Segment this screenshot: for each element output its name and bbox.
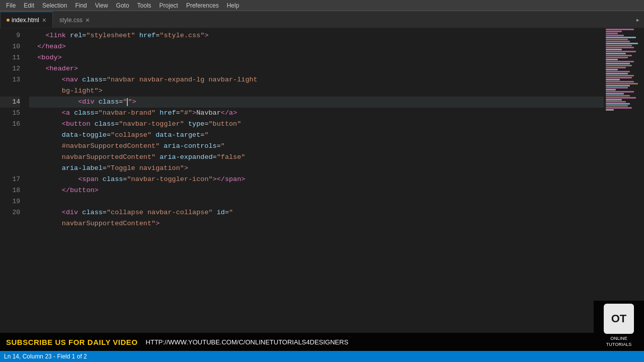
minimap-line bbox=[606, 47, 634, 48]
minimap-line bbox=[606, 75, 634, 76]
menu-edit[interactable]: Edit bbox=[20, 1, 38, 10]
minimap-line bbox=[606, 85, 630, 86]
minimap-line bbox=[606, 33, 618, 34]
line-number-gutter: 9 10 11 12 13 14 15 16 17 18 19 20 bbox=[0, 28, 25, 351]
code-area[interactable]: <link rel="stylesheet" href="style.css">… bbox=[25, 28, 604, 351]
minimap-line bbox=[606, 35, 624, 36]
minimap-line bbox=[606, 105, 628, 107]
ln-19: 19 bbox=[0, 196, 20, 207]
ln-10: 10 bbox=[0, 41, 20, 52]
minimap-line bbox=[606, 97, 636, 99]
minimap-line bbox=[606, 71, 630, 72]
minimap-line bbox=[606, 93, 624, 95]
menu-find[interactable]: Find bbox=[71, 1, 91, 10]
menu-tools[interactable]: Tools bbox=[133, 1, 155, 10]
minimap-line bbox=[606, 83, 638, 84]
tab-index-html[interactable]: index.html × bbox=[0, 12, 53, 28]
code-line-11: <body> bbox=[29, 52, 604, 63]
branding-overlay: OT ONLINETUTORIALS bbox=[594, 301, 644, 351]
tab-bar: index.html × style.css × ▸ bbox=[0, 11, 644, 28]
menu-goto[interactable]: Goto bbox=[112, 1, 133, 10]
ln-14: 14 bbox=[0, 97, 20, 108]
code-line-20b: navbarSupportedContent"> bbox=[29, 218, 604, 229]
ot-logo: OT bbox=[604, 304, 634, 334]
minimap-line bbox=[606, 39, 628, 40]
url-text: HTTP://WWW.YOUTUBE.COM/C/ONLINETUTORIALS… bbox=[146, 338, 349, 346]
menu-view[interactable]: View bbox=[91, 1, 112, 10]
tab-style-css-label: style.css bbox=[59, 17, 83, 24]
code-line-16c: #navbarSupportedContent" aria-controls=" bbox=[29, 141, 604, 152]
code-line-18: </button> bbox=[29, 185, 604, 196]
ln-16: 16 bbox=[0, 119, 20, 130]
minimap-line bbox=[606, 63, 630, 64]
menu-selection[interactable]: Selection bbox=[38, 1, 71, 10]
minimap-line bbox=[606, 89, 616, 90]
minimap-line bbox=[606, 79, 620, 80]
subscribe-text: SUBSCRIBE US FOR DAILY VIDEO bbox=[6, 338, 138, 346]
ln-15: 15 bbox=[0, 108, 20, 119]
tab-index-html-label: index.html bbox=[12, 17, 39, 24]
minimap-line bbox=[606, 45, 632, 46]
menu-file[interactable]: File bbox=[2, 1, 20, 10]
ln-16e bbox=[0, 163, 20, 174]
code-line-13: <nav class="navbar navbar-expand-lg navb… bbox=[29, 74, 604, 85]
minimap-line bbox=[606, 59, 618, 60]
minimap-line bbox=[606, 37, 636, 38]
menu-help[interactable]: Help bbox=[223, 1, 244, 10]
ln-13: 13 bbox=[0, 74, 20, 85]
code-line-14: <div class=""> bbox=[29, 97, 604, 108]
ln-12: 12 bbox=[0, 63, 20, 74]
minimap-line bbox=[606, 43, 638, 44]
minimap-line bbox=[606, 91, 634, 93]
code-line-9: <link rel="stylesheet" href="style.css"> bbox=[29, 30, 604, 41]
minimap-line bbox=[606, 57, 628, 58]
minimap-line bbox=[606, 101, 626, 103]
minimap-line bbox=[606, 67, 626, 68]
status-line-col: Ln 14, Column 23 - Field 1 of 2 bbox=[4, 353, 87, 360]
minimap-line bbox=[606, 99, 622, 101]
tab-style-close-icon[interactable]: × bbox=[86, 17, 90, 24]
minimap-line bbox=[606, 73, 628, 74]
code-line-13b: bg-light"> bbox=[29, 85, 604, 97]
minimap-line bbox=[606, 61, 634, 62]
ln-11: 11 bbox=[0, 52, 20, 63]
tab-scroll-right-icon[interactable]: ▸ bbox=[632, 12, 644, 28]
minimap-line bbox=[606, 55, 632, 56]
minimap-line bbox=[606, 87, 628, 88]
minimap-line bbox=[606, 95, 630, 97]
minimap-line bbox=[606, 81, 634, 82]
code-line-16b: data-toggle="collapse" data-target=" bbox=[29, 130, 604, 141]
tab-style-css[interactable]: style.css × bbox=[53, 12, 96, 28]
code-line-17: <span class="navbar-toggler-icon"></span… bbox=[29, 174, 604, 185]
ln-16d bbox=[0, 152, 20, 163]
minimap-line bbox=[606, 103, 630, 105]
ln-17: 17 bbox=[0, 174, 20, 185]
minimap-line bbox=[606, 49, 622, 50]
ln-16b bbox=[0, 130, 20, 141]
code-line-15: <a class="navbar-brand" href="#">Navbar<… bbox=[29, 108, 604, 119]
minimap-line bbox=[606, 109, 614, 111]
minimap-line bbox=[606, 69, 618, 70]
code-line-16e: aria-label="Toggle navigation"> bbox=[29, 163, 604, 174]
minimap-line bbox=[606, 107, 632, 109]
editor: 9 10 11 12 13 14 15 16 17 18 19 20 <link… bbox=[0, 28, 644, 351]
minimap-line bbox=[606, 31, 622, 32]
ln-20b bbox=[0, 218, 20, 229]
ln-20: 20 bbox=[0, 207, 20, 218]
bottom-banner: SUBSCRIBE US FOR DAILY VIDEO HTTP://WWW.… bbox=[0, 333, 594, 351]
minimap-line bbox=[606, 77, 632, 78]
minimap-line bbox=[606, 29, 634, 30]
minimap-line bbox=[606, 41, 630, 42]
tab-index-close-icon[interactable]: × bbox=[42, 17, 46, 24]
code-line-10: </head> bbox=[29, 41, 604, 52]
minimap-line bbox=[606, 53, 626, 54]
minimap-line bbox=[606, 51, 636, 52]
code-line-12: <header> bbox=[29, 63, 604, 74]
minimap-line bbox=[606, 65, 632, 66]
code-line-16d: navbarSupportedContent" aria-expanded="f… bbox=[29, 152, 604, 163]
code-line-16: <button class="navbar-toggler" type="but… bbox=[29, 119, 604, 130]
menu-project[interactable]: Project bbox=[155, 1, 182, 10]
code-line-19 bbox=[29, 196, 604, 207]
menu-preferences[interactable]: Preferences bbox=[182, 1, 223, 10]
ln-13b bbox=[0, 85, 20, 97]
